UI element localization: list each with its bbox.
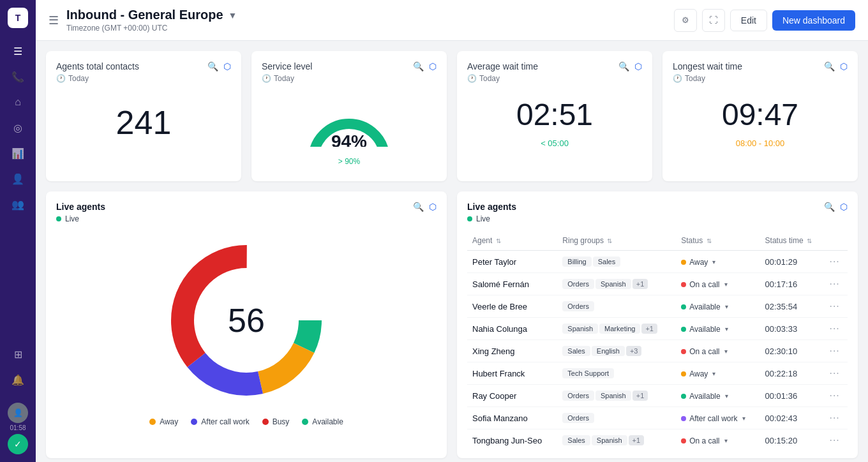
status-badge[interactable]: Available ▾ xyxy=(681,392,728,401)
edit-button[interactable]: Edit xyxy=(730,10,767,31)
sidebar-item-bell[interactable]: 🔔 xyxy=(6,368,29,391)
filter-icon-aw[interactable]: ⬡ xyxy=(634,61,642,71)
row-menu[interactable]: ··· xyxy=(824,407,848,429)
header: ☰ Inbound - General Europe ▼ Timezone (G… xyxy=(36,0,868,41)
status-badge[interactable]: Away ▾ xyxy=(681,369,715,378)
chevron-down-icon[interactable]: ▼ xyxy=(228,10,237,20)
longest-wait-date: Today xyxy=(685,74,705,83)
agent-name: Sofia Manzano xyxy=(467,407,557,429)
filter-icon-la[interactable]: ⬡ xyxy=(429,202,437,212)
settings-button[interactable]: ⚙ xyxy=(674,9,697,32)
agent-name: Salomé Fernán xyxy=(467,273,557,295)
table-row: Hubert FranckTech SupportAway ▾00:22:18·… xyxy=(467,362,848,385)
table-row: Nahia ColungaSpanishMarketing+1Available… xyxy=(467,318,848,340)
service-level-value: 94% xyxy=(331,131,367,147)
agent-status: Away ▾ xyxy=(676,362,760,385)
col-agent[interactable]: Agent ⇅ xyxy=(467,231,557,251)
live-dot-table xyxy=(467,216,472,221)
status-time: 02:30:10 xyxy=(760,340,825,362)
sidebar-item-menu[interactable]: ☰ xyxy=(6,40,29,63)
live-agents-table-header: Live agents 🔍 ⬡ xyxy=(467,202,848,212)
filter-icon-lw[interactable]: ⬡ xyxy=(840,61,848,71)
chevron-down-icon: ▾ xyxy=(724,348,728,355)
status-badge[interactable]: On a call ▾ xyxy=(681,280,727,289)
avg-wait-title: Average wait time xyxy=(467,61,538,71)
ring-groups: Tech Support xyxy=(557,362,676,385)
live-badge-table: Live xyxy=(467,214,848,223)
chevron-down-icon: ▾ xyxy=(724,281,728,288)
status-text: Away xyxy=(689,258,708,267)
ring-group-tag: Spanish xyxy=(595,279,631,289)
row-menu[interactable]: ··· xyxy=(824,340,848,362)
sidebar-item-phone[interactable]: 📞 xyxy=(6,65,29,88)
sidebar-item-circle[interactable]: ◎ xyxy=(6,116,29,139)
service-level-threshold: > 90% xyxy=(338,157,360,166)
sort-icon-agent: ⇅ xyxy=(496,237,501,244)
row-menu[interactable]: ··· xyxy=(824,385,848,407)
status-dot xyxy=(681,394,686,399)
legend-after-call: After call work xyxy=(191,417,249,426)
search-icon[interactable]: 🔍 xyxy=(207,61,218,71)
status-dot xyxy=(681,282,686,287)
ring-group-tag: Billing xyxy=(562,257,591,267)
search-icon-la[interactable]: 🔍 xyxy=(413,202,424,212)
ring-group-extra: +3 xyxy=(626,346,642,356)
row-menu[interactable]: ··· xyxy=(824,251,848,273)
new-dashboard-button[interactable]: New dashboard xyxy=(772,10,855,31)
row-menu[interactable]: ··· xyxy=(824,295,848,318)
chevron-down-icon: ▾ xyxy=(725,392,728,399)
live-agents-total: 56 xyxy=(228,301,265,339)
row-menu[interactable]: ··· xyxy=(824,318,848,340)
status-dot xyxy=(681,327,686,332)
status-badge[interactable]: On a call ▾ xyxy=(681,347,727,356)
status-badge[interactable]: On a call ▾ xyxy=(681,436,727,445)
ring-groups: SalesEnglish+3 xyxy=(557,340,676,362)
col-status[interactable]: Status ⇅ xyxy=(676,231,760,251)
sidebar-item-person[interactable]: 👤 xyxy=(6,167,29,190)
live-agents-table-title: Live agents xyxy=(467,202,516,212)
status-badge[interactable]: Available ▾ xyxy=(681,302,728,311)
row-menu[interactable]: ··· xyxy=(824,429,848,449)
fullscreen-button[interactable]: ⛶ xyxy=(702,9,725,32)
status-badge[interactable]: After call work ▾ xyxy=(681,414,745,423)
sidebar-item-grid[interactable]: ⊞ xyxy=(6,343,29,366)
menu-icon[interactable]: ☰ xyxy=(49,13,59,27)
status-text: Available xyxy=(689,302,720,311)
col-ring-groups[interactable]: Ring groups ⇅ xyxy=(557,231,676,251)
filter-icon-sl[interactable]: ⬡ xyxy=(429,61,437,71)
search-icon-lw[interactable]: 🔍 xyxy=(824,61,835,71)
status-text: On a call xyxy=(689,436,719,445)
sidebar-item-home[interactable]: ⌂ xyxy=(6,91,29,114)
ring-groups: SalesSpanish+1 xyxy=(557,429,676,449)
longest-wait-card: Longest wait time 🔍 ⬡ 🕐 Today 09:47 08:0… xyxy=(662,51,858,181)
search-icon-sl[interactable]: 🔍 xyxy=(413,61,424,71)
search-icon-aw[interactable]: 🔍 xyxy=(618,61,629,71)
sidebar-item-users[interactable]: 👥 xyxy=(6,193,29,216)
status-badge[interactable]: Available ▾ xyxy=(681,325,728,334)
agent-status: On a call ▾ xyxy=(676,429,760,449)
search-icon-lat[interactable]: 🔍 xyxy=(824,202,835,212)
status-badge[interactable]: Away ▾ xyxy=(681,258,715,267)
bottom-row: Live agents 🔍 ⬡ Live xyxy=(46,191,858,458)
row-menu[interactable]: ··· xyxy=(824,362,848,385)
ring-group-extra: +1 xyxy=(632,391,648,401)
chevron-down-icon: ▾ xyxy=(725,325,728,332)
ring-groups: Orders xyxy=(557,407,676,429)
table-row: Veerle de BreeOrdersAvailable ▾02:35:54·… xyxy=(467,295,848,318)
col-status-time[interactable]: Status time ⇅ xyxy=(760,231,825,251)
status-time: 00:22:18 xyxy=(760,362,825,385)
available-dot xyxy=(302,419,308,425)
clock-icon: 🕐 xyxy=(56,74,66,83)
agent-status: After call work ▾ xyxy=(676,407,760,429)
filter-icon-lat[interactable]: ⬡ xyxy=(840,202,848,212)
chevron-down-icon: ▾ xyxy=(742,415,745,422)
status-text: After call work xyxy=(689,414,737,423)
sidebar-item-chart[interactable]: 📊 xyxy=(6,142,29,165)
service-level-title: Service level xyxy=(262,61,312,71)
agent-name: Veerle de Bree xyxy=(467,295,557,318)
filter-icon[interactable]: ⬡ xyxy=(223,61,231,71)
status-dot xyxy=(681,371,686,376)
status-time: 00:01:29 xyxy=(760,251,825,273)
row-menu[interactable]: ··· xyxy=(824,273,848,295)
table-row: Ray CooperOrdersSpanish+1Available ▾00:0… xyxy=(467,385,848,407)
